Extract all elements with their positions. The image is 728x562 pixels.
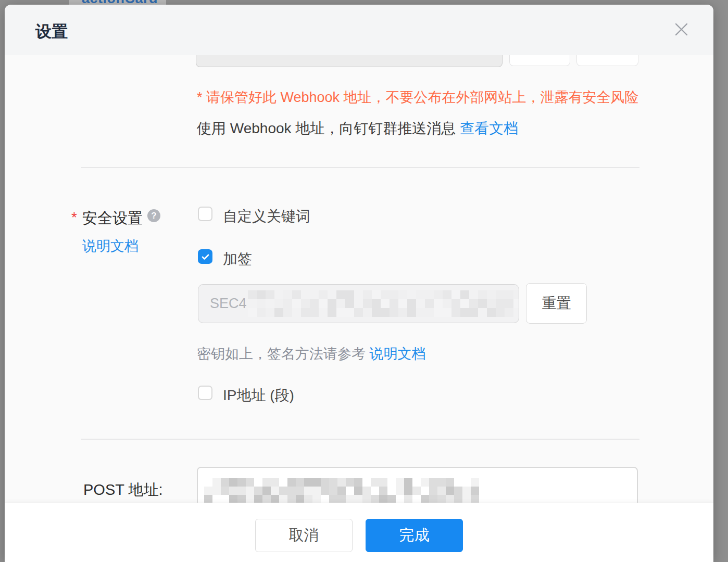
usage-text: 使用 Webhook 地址，向钉钉群推送消息 <box>197 120 460 136</box>
key-note-doc-link[interactable]: 说明文档 <box>370 346 426 362</box>
post-address-label: POST 地址: <box>83 480 163 501</box>
webhook-reset-button[interactable] <box>576 55 638 66</box>
checkbox-signature[interactable] <box>198 249 212 264</box>
cancel-button[interactable]: 取消 <box>255 519 353 552</box>
checkbox-ip-address-label[interactable]: IP地址 (段) <box>223 386 294 405</box>
view-docs-link[interactable]: 查看文档 <box>460 120 518 136</box>
webhook-usage-text: 使用 Webhook 地址，向钉钉群推送消息 查看文档 <box>197 119 518 138</box>
secret-prefix-text: SEC4 <box>210 296 247 312</box>
checkbox-signature-label[interactable]: 加签 <box>223 249 252 269</box>
key-note: 密钥如上，签名方法请参考 <box>197 346 370 362</box>
checkbox-ip-address[interactable] <box>198 386 212 400</box>
check-icon <box>200 252 210 262</box>
help-icon[interactable]: ? <box>147 209 160 222</box>
webhook-copy-button[interactable] <box>509 55 570 66</box>
required-asterisk: * <box>71 209 77 226</box>
confirm-button[interactable]: 完成 <box>366 519 463 552</box>
signature-secret-input[interactable]: SEC4 <box>198 284 519 323</box>
checkbox-custom-keywords-label[interactable]: 自定义关键词 <box>223 207 310 226</box>
settings-dialog: 设置 * 请保管好此 Webhook 地址，不要公布在外部网站上，泄露有安全风险… <box>5 5 713 562</box>
webhook-url-input[interactable] <box>196 55 503 67</box>
reset-secret-button[interactable]: 重置 <box>526 283 587 324</box>
section-divider <box>81 439 639 440</box>
section-divider <box>81 167 639 168</box>
key-note-text: 密钥如上，签名方法请参考 说明文档 <box>197 344 426 363</box>
redacted-post-address-mosaic <box>204 478 479 503</box>
checkbox-custom-keywords[interactable] <box>198 207 212 221</box>
webhook-warning-text: * 请保管好此 Webhook 地址，不要公布在外部网站上，泄露有安全风险 <box>197 88 639 107</box>
dimmed-backdrop: actionCard 设置 * 请保管好此 Webhook 地址，不要公布在外部… <box>0 0 728 562</box>
redacted-secret-mosaic <box>248 290 519 317</box>
dialog-footer: 取消 完成 <box>5 503 713 562</box>
dialog-title: 设置 <box>35 21 68 43</box>
dialog-header: 设置 <box>5 5 713 55</box>
close-icon[interactable] <box>672 20 691 39</box>
security-doc-link[interactable]: 说明文档 <box>82 238 139 254</box>
security-doc-link-wrap: 说明文档 <box>82 237 139 256</box>
security-settings-label: 安全设置 <box>82 208 143 229</box>
